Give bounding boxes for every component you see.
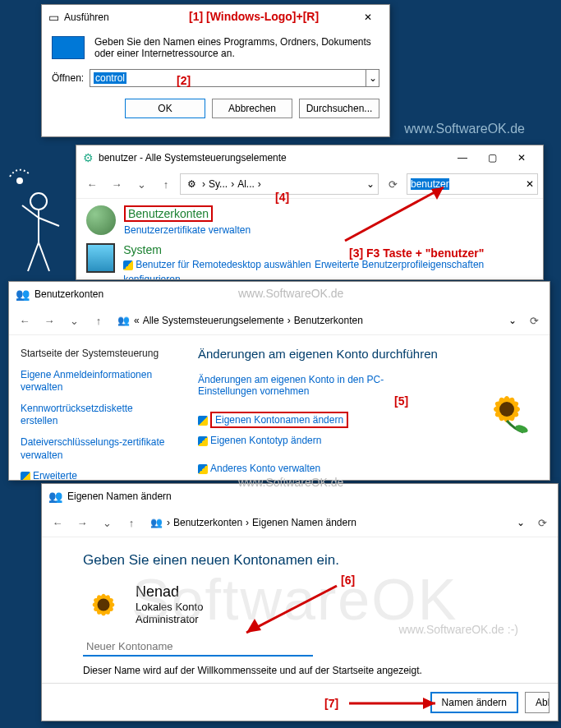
shield-icon <box>21 472 30 481</box>
navbar: ← → ⌄ ↑ 👥 « Alle Systemsteuerungselement… <box>9 306 550 335</box>
change-type-link[interactable]: Eigenen Kontotyp ändern <box>198 431 533 449</box>
breadcrumb-seg[interactable]: Eigenen Namen ändern <box>252 517 356 528</box>
arrow-7 <box>345 693 452 713</box>
user-accounts-icon: 👥 <box>16 288 30 301</box>
svg-line-7 <box>345 187 444 241</box>
user-accounts-icon <box>86 205 116 235</box>
svg-point-16 <box>514 424 529 434</box>
browse-button[interactable]: Durchsuchen... <box>299 99 379 118</box>
cancel-button[interactable]: Abbrechen <box>212 99 292 118</box>
annotation-4: [4] <box>275 191 289 204</box>
cancel-button[interactable]: Abl <box>525 692 550 713</box>
close-button[interactable]: ✕ <box>353 7 383 28</box>
breadcrumb[interactable]: 👥 « Alle Systemsteuerungselemente › Benu… <box>113 310 520 331</box>
sidebar-link[interactable]: Kennwortrücksetzdiskette erstellen <box>21 399 170 432</box>
other-account-link[interactable]: Anderes Konto verwalten <box>198 459 533 477</box>
annotation-6: [6] <box>341 574 355 587</box>
window-title: Benutzerkonten <box>34 288 103 300</box>
run-dialog: ▭ Ausführen ✕ Geben Sie den Namen eines … <box>41 4 390 137</box>
sidebar-home[interactable]: Startseite der Systemsteuerung <box>21 343 170 365</box>
svg-marker-27 <box>423 698 435 709</box>
open-input[interactable]: control <box>90 69 366 87</box>
breadcrumb-seg[interactable]: Sy... <box>209 178 228 190</box>
svg-line-4 <box>22 205 39 218</box>
svg-point-15 <box>499 402 514 417</box>
arrow-3 <box>329 179 468 245</box>
ok-button[interactable]: OK <box>125 99 205 118</box>
stick-figure <box>2 156 76 279</box>
breadcrumb[interactable]: 👥 › Benutzerkonten › Eigenen Namen änder… <box>145 512 528 533</box>
pc-settings-link[interactable]: Änderungen am eigenen Konto in den PC-Ei… <box>198 371 412 400</box>
back-button[interactable]: ← <box>81 173 103 195</box>
annotation-3: [3] F3 Taste + "benutzer" <box>349 247 484 260</box>
close-button[interactable]: ✕ <box>507 147 536 168</box>
run-description: Geben Sie den Namen eines Programms, Ord… <box>94 36 379 59</box>
clear-search-icon[interactable]: ✕ <box>526 178 534 190</box>
recent-button[interactable]: ⌄ <box>131 173 152 195</box>
dropdown-icon[interactable]: ⌄ <box>366 69 379 87</box>
control-panel-icon: ⚙ <box>83 151 94 164</box>
watermark: www.SoftwareOK.de <box>238 476 343 489</box>
result-title[interactable]: Benutzerkonten <box>124 205 213 222</box>
forward-button[interactable]: → <box>39 310 60 331</box>
sidebar-link[interactable]: Erweiterte Benutzerprofileigenschaften k… <box>21 466 170 481</box>
shield-icon <box>198 416 208 426</box>
forward-button[interactable]: → <box>71 512 93 533</box>
arrow-6 <box>230 579 353 645</box>
pane-heading: Änderungen am eigenen Konto durchführen <box>198 347 533 361</box>
breadcrumb-icon: 👥 <box>116 315 131 326</box>
refresh-button[interactable]: ⟳ <box>523 310 545 331</box>
svg-line-24 <box>246 586 337 633</box>
shield-icon <box>123 260 133 270</box>
shield-icon <box>198 436 208 446</box>
svg-line-2 <box>28 242 39 271</box>
navbar: ← → ⌄ ↑ 👥 › Benutzerkonten › Eigenen Nam… <box>42 509 558 537</box>
sidebar: Startseite der Systemsteuerung Eigene An… <box>9 335 182 481</box>
rename-heading: Geben Sie einen neuen Kontonamen ein. <box>83 552 517 569</box>
breadcrumb-icon: ⚙ <box>184 178 199 190</box>
recent-button[interactable]: ⌄ <box>96 512 117 533</box>
account-picture <box>482 385 531 434</box>
svg-line-3 <box>39 242 49 271</box>
maximize-button[interactable]: ▢ <box>477 147 507 168</box>
up-button[interactable]: ↑ <box>88 310 109 331</box>
up-button[interactable]: ↑ <box>155 173 177 195</box>
recent-button[interactable]: ⌄ <box>63 310 85 331</box>
annotation-7: [7] <box>324 697 338 710</box>
breadcrumb-seg[interactable]: Alle Systemsteuerungselemente <box>143 315 284 326</box>
sidebar-link[interactable]: Eigene Anmeldeinformationen verwalten <box>21 365 170 399</box>
breadcrumb-icon: 👥 <box>149 517 163 528</box>
svg-line-5 <box>39 218 59 226</box>
breadcrumb-seg[interactable]: Benutzerkonten <box>173 517 242 528</box>
forward-button[interactable]: → <box>106 173 127 195</box>
up-button[interactable]: ↑ <box>121 512 142 533</box>
sidebar-link[interactable]: Dateiverschlüsselungs-zertifikate verwal… <box>21 432 170 466</box>
titlebar: ⚙ benutzer - Alle Systemsteuerungselemen… <box>76 145 543 170</box>
window-title: benutzer - Alle Systemsteuerungselemente <box>99 152 287 164</box>
minimize-button[interactable]: — <box>448 147 477 168</box>
user-accounts-icon: 👥 <box>48 490 62 503</box>
run-program-icon <box>52 36 85 59</box>
refresh-button[interactable]: ⟳ <box>531 512 553 533</box>
result-sublink[interactable]: Benutzer für Remotedesktop auswählen <box>123 259 310 270</box>
main-pane: Änderungen am eigenen Konto durchführen … <box>182 335 550 481</box>
annotation-1: [1] [Windows-Logo]+[R] <box>189 10 319 23</box>
user-accounts-window: 👥 Benutzerkonten ← → ⌄ ↑ 👥 « Alle System… <box>8 281 550 481</box>
back-button[interactable]: ← <box>14 310 35 331</box>
open-label: Öffnen: <box>52 72 90 84</box>
breadcrumb-seg[interactable]: Al... <box>237 178 255 190</box>
run-icon: ▭ <box>48 11 59 24</box>
svg-point-0 <box>30 193 47 210</box>
annotation-2: [2] <box>177 74 191 87</box>
annotation-5: [5] <box>394 394 408 408</box>
control-panel-search-window: ⚙ benutzer - Alle Systemsteuerungselemen… <box>76 145 544 280</box>
open-input-value: control <box>94 72 126 84</box>
result-sublink[interactable]: Benutzerzertifikate verwalten <box>124 224 251 236</box>
back-button[interactable]: ← <box>47 512 68 533</box>
svg-point-6 <box>17 178 22 183</box>
breadcrumb-seg[interactable]: Benutzerkonten <box>294 315 363 326</box>
navbar: ← → ⌄ ↑ ⚙ › Sy... › Al... › ⌄ ⟳ benutzer… <box>76 170 543 199</box>
account-picture <box>83 584 124 625</box>
shield-icon <box>198 464 208 474</box>
watermark: www.SoftwareOK.de <box>404 122 525 136</box>
